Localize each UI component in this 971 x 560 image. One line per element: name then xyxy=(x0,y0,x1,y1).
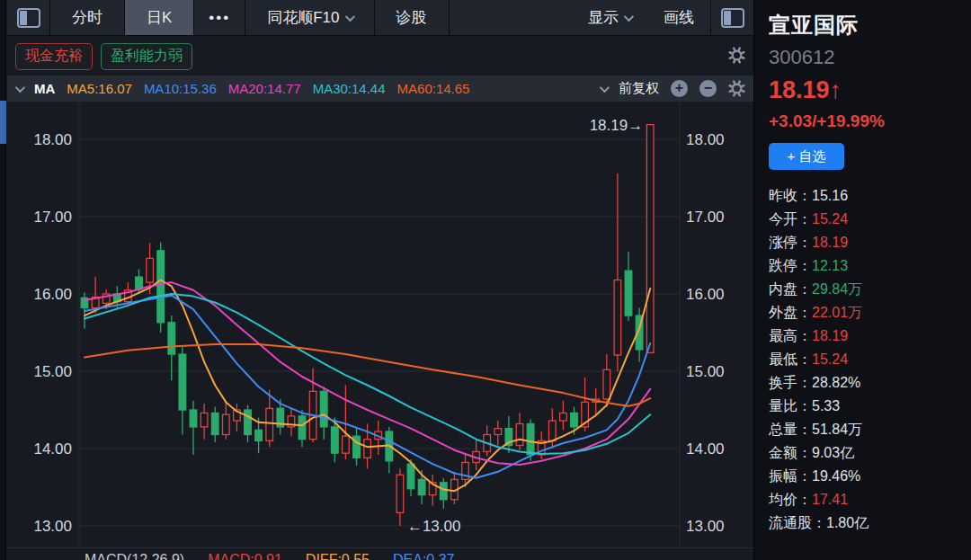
stat-value: 28.82% xyxy=(812,371,860,395)
stat-value: 12.13 xyxy=(812,254,848,278)
stat-label: 今开： xyxy=(769,208,812,231)
stat-value: 51.84万 xyxy=(812,418,862,441)
chevron-down-icon[interactable] xyxy=(600,82,610,92)
signal-tags-row: 现金充裕盈利能力弱 xyxy=(7,37,753,76)
stat-label: 均价： xyxy=(769,488,812,511)
ma-legend-item-0: MA5:16.07 xyxy=(67,81,132,96)
signal-tag-0[interactable]: 现金充裕 xyxy=(15,43,93,70)
annotations: 18.19→←13.00 xyxy=(407,117,643,535)
svg-text:14.00: 14.00 xyxy=(33,440,72,458)
add-watchlist-button[interactable]: + 自选 xyxy=(769,143,844,170)
stat-value: 19.46% xyxy=(812,465,860,488)
price-change: +3.03/+19.99% xyxy=(769,111,958,131)
stat-row-12: 振幅：19.46% xyxy=(769,465,958,488)
macd-legend-item-0: MACD(12,26,9) xyxy=(85,548,184,560)
stat-value: 29.84万 xyxy=(812,278,862,301)
indicator-settings-gear-icon[interactable] xyxy=(728,80,745,97)
collapse-left-panel-button[interactable] xyxy=(7,0,50,35)
toolbar-tab-4[interactable]: 诊股 xyxy=(375,0,450,35)
toolbar-tab-1[interactable]: 日K xyxy=(125,0,194,35)
stat-label: 金额： xyxy=(769,441,812,465)
toolbar-action-0[interactable]: 显示 xyxy=(572,7,647,28)
zoom-out-button[interactable]: − xyxy=(699,80,717,97)
svg-text:18.19→: 18.19→ xyxy=(590,117,644,134)
toolbar-tab-0[interactable]: 分时 xyxy=(50,0,125,35)
stat-row-0: 昨收：15.16 xyxy=(769,184,958,208)
svg-text:16.00: 16.00 xyxy=(686,286,725,303)
chart-canvas[interactable]: 18.0018.0017.0017.0016.0016.0015.0015.00… xyxy=(7,102,753,547)
ma-legend: MA5:16.07MA10:15.36MA20:14.77MA30:14.44M… xyxy=(67,81,469,96)
toolbar-tab-3[interactable]: 同花顺F10 xyxy=(245,0,374,35)
svg-text:18.00: 18.00 xyxy=(686,131,725,148)
toolbar-action-label: 画线 xyxy=(664,7,694,28)
toolbar: 分时日K•••同花顺F10诊股 显示画线 xyxy=(7,0,753,36)
stat-value: 18.19 xyxy=(812,231,848,254)
ma-legend-item-4: MA60:14.65 xyxy=(397,81,470,96)
zoom-in-button[interactable]: + xyxy=(671,80,688,97)
toolbar-action-label: 显示 xyxy=(588,7,619,28)
adjust-mode-selector[interactable]: 前复权 xyxy=(619,80,659,97)
left-scroll-indicator[interactable] xyxy=(0,101,6,144)
stat-row-14: 流通股：1.80亿 xyxy=(769,511,958,535)
signal-tag-1[interactable]: 盈利能力弱 xyxy=(101,43,192,70)
stat-row-2: 涨停：18.19 xyxy=(769,231,958,254)
svg-text:17.00: 17.00 xyxy=(686,209,725,226)
stat-value: 5.33 xyxy=(812,395,840,418)
stat-row-3: 跌停：12.13 xyxy=(769,254,958,278)
svg-text:15.00: 15.00 xyxy=(686,363,725,380)
macd-legend-item-3: DEA:0.37 xyxy=(393,548,454,560)
stat-value: 17.41 xyxy=(812,488,848,511)
stock-name: 宣亚国际 xyxy=(769,11,958,40)
chart-pane: 分时日K•••同花顺F10诊股 显示画线 现金充裕盈利能力弱 MA MA5:16… xyxy=(7,0,753,560)
stat-row-7: 最低：15.24 xyxy=(769,348,958,371)
stat-row-5: 外盘：22.01万 xyxy=(769,301,958,324)
chevron-down-icon xyxy=(624,11,634,21)
stat-value: 9.03亿 xyxy=(812,441,854,465)
stat-label: 流通股： xyxy=(769,511,826,535)
stat-row-9: 量比：5.33 xyxy=(769,395,958,418)
macd-legend: MACD(12,26,9)MACD:0.91DIFF:0.55DEA:0.37 xyxy=(7,548,753,560)
last-price: 18.19↑ xyxy=(769,76,958,104)
left-edge-strip xyxy=(0,0,6,560)
svg-text:15.00: 15.00 xyxy=(33,363,72,380)
quote-stats-list: 昨收：15.16今开：15.24涨停：18.19跌停：12.13内盘：29.84… xyxy=(769,184,958,535)
ma-indicator-bar: MA MA5:16.07MA10:15.36MA20:14.77MA30:14.… xyxy=(7,76,753,102)
ma-legend-item-3: MA30:14.44 xyxy=(313,81,386,96)
ma-legend-item-2: MA20:14.77 xyxy=(228,81,301,96)
toolbar-tab-label: 诊股 xyxy=(396,7,427,28)
stat-label: 振幅： xyxy=(769,465,812,488)
svg-text:16.00: 16.00 xyxy=(33,286,72,303)
stat-value: 15.24 xyxy=(812,208,848,231)
stat-value: 15.16 xyxy=(812,184,848,208)
panel-toggle-icon xyxy=(17,8,40,28)
toolbar-right-group: 显示画线 xyxy=(572,0,710,35)
ma-title: MA xyxy=(34,81,55,96)
toolbar-action-1[interactable]: 画线 xyxy=(647,7,710,28)
macd-panel-clipped: MACD(12,26,9)MACD:0.91DIFF:0.55DEA:0.37 xyxy=(7,547,753,560)
chevron-down-icon[interactable] xyxy=(15,82,25,92)
stat-label: 跌停： xyxy=(769,254,812,278)
stat-value: 1.80亿 xyxy=(826,511,869,535)
collapse-right-panel-button[interactable] xyxy=(710,0,753,35)
svg-text:14.00: 14.00 xyxy=(686,440,725,458)
toolbar-tab-2[interactable]: ••• xyxy=(194,0,245,35)
tags-host: 现金充裕盈利能力弱 xyxy=(15,43,192,70)
svg-text:17.00: 17.00 xyxy=(33,209,72,226)
toolbar-tab-label: 同花顺F10 xyxy=(267,7,339,28)
tags-settings-gear-icon[interactable] xyxy=(728,47,745,64)
stat-label: 最高： xyxy=(769,324,812,348)
toolbar-tab-label: ••• xyxy=(209,9,230,27)
stat-value: 15.24 xyxy=(812,348,848,371)
stat-value: 22.01万 xyxy=(812,301,862,324)
stat-row-8: 换手：28.82% xyxy=(769,371,958,395)
chevron-down-icon xyxy=(344,11,354,21)
panel-toggle-icon xyxy=(721,8,744,28)
stat-label: 涨停： xyxy=(769,231,812,254)
svg-text:13.00: 13.00 xyxy=(33,518,72,535)
stat-row-1: 今开：15.24 xyxy=(769,208,958,231)
stat-label: 总量： xyxy=(769,418,812,441)
stat-row-10: 总量：51.84万 xyxy=(769,418,958,441)
stat-row-6: 最高：18.19 xyxy=(769,324,958,348)
candlestick-chart[interactable]: 18.0018.0017.0017.0016.0016.0015.0015.00… xyxy=(7,102,753,547)
ma-legend-item-1: MA10:15.36 xyxy=(144,81,217,96)
